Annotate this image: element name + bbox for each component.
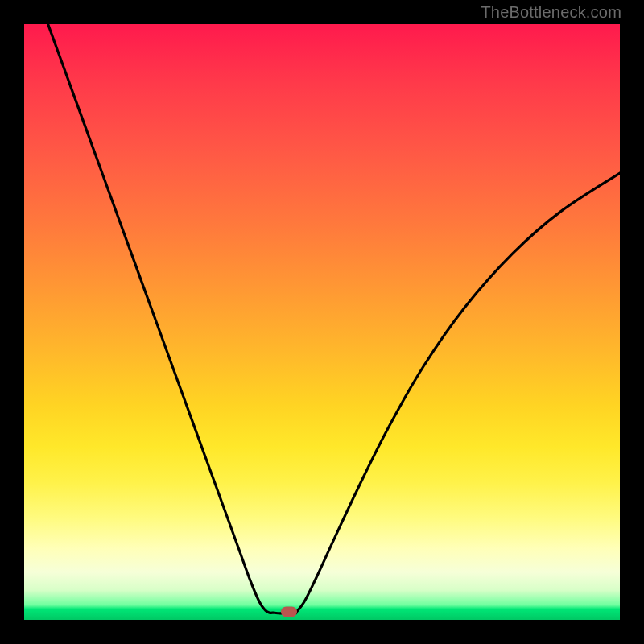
chart-frame: TheBottleneck.com [0, 0, 644, 644]
bottleneck-curve [24, 24, 620, 620]
watermark-text: TheBottleneck.com [481, 3, 621, 22]
optimum-marker [281, 606, 297, 617]
plot-area [24, 24, 620, 620]
